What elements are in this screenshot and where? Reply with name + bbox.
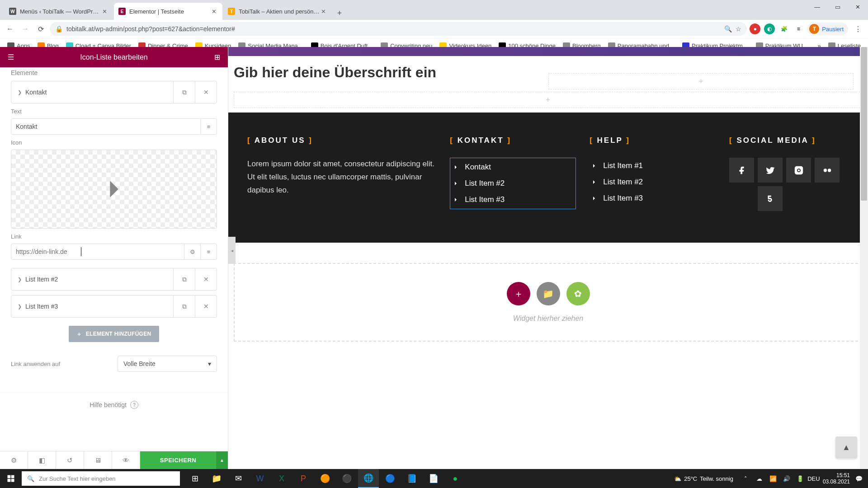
collapse-panel-button[interactable]: ◂ xyxy=(228,237,236,264)
footer-heading[interactable]: [ ABOUT US ] xyxy=(247,136,436,145)
powerpoint-icon[interactable]: P xyxy=(293,469,314,488)
volume-icon[interactable]: 🔊 xyxy=(782,475,791,482)
language-indicator[interactable]: DEU xyxy=(809,475,818,482)
chrome-icon[interactable]: 🌐 xyxy=(358,469,379,488)
footer-heading[interactable]: [ HELP ] xyxy=(590,136,716,145)
bookmark-star-icon[interactable]: ☆ xyxy=(736,25,741,33)
extension-icon[interactable]: ● xyxy=(750,23,760,34)
list-item[interactable]: List Item #1 xyxy=(590,158,716,174)
browser-tab[interactable]: W Menüs ‹ TobiTalk — WordPress ✕ xyxy=(5,3,113,20)
excel-icon[interactable]: X xyxy=(271,469,292,488)
close-icon[interactable]: ✕ xyxy=(101,8,108,15)
add-section-placeholder[interactable]: + xyxy=(234,92,862,108)
add-section-button[interactable]: ＋ xyxy=(507,282,530,305)
link-settings-icon[interactable]: ⚙ xyxy=(184,244,201,260)
facebook-icon[interactable] xyxy=(729,158,754,183)
zoom-icon[interactable]: 🔍 xyxy=(724,25,732,33)
widgets-grid-icon[interactable]: ⊞ xyxy=(212,52,222,63)
obs-icon[interactable]: ⚫ xyxy=(336,469,357,488)
battery-icon[interactable]: 🔋 xyxy=(796,475,805,482)
duplicate-icon[interactable]: ⧉ xyxy=(173,81,195,103)
link-input[interactable] xyxy=(11,244,184,260)
mail-icon[interactable]: ✉ xyxy=(228,469,249,488)
extension-icon[interactable]: 🧩 xyxy=(778,23,789,34)
social-icons-widget[interactable] xyxy=(729,158,849,211)
app-icon[interactable]: 📘 xyxy=(401,469,422,488)
list-item[interactable]: List Item #2 xyxy=(590,174,716,190)
navigator-icon[interactable]: ◧ xyxy=(28,451,56,469)
extension-icon[interactable]: ≡ xyxy=(793,23,804,34)
close-icon[interactable]: ✕ xyxy=(195,81,217,103)
browser-tab-active[interactable]: E Elementor | Testseite ✕ xyxy=(114,3,222,20)
window-minimize[interactable]: ― xyxy=(807,0,827,14)
dynamic-value-icon[interactable]: ≡ xyxy=(201,244,217,260)
dynamic-value-icon[interactable]: ≡ xyxy=(201,118,217,135)
twitter-icon[interactable] xyxy=(758,158,783,183)
list-item[interactable]: Kontakt xyxy=(451,159,575,175)
spotify-icon[interactable]: ● xyxy=(445,469,466,488)
start-button[interactable] xyxy=(0,469,22,488)
close-icon[interactable]: ✕ xyxy=(195,268,217,290)
list-item[interactable]: List Item #3 xyxy=(590,190,716,206)
app-icon[interactable]: 🟠 xyxy=(315,469,335,488)
menu-icon[interactable]: ☰ xyxy=(5,52,16,63)
forward-button[interactable]: → xyxy=(19,23,32,35)
flickr-icon[interactable] xyxy=(815,158,840,183)
window-close[interactable]: ✕ xyxy=(848,0,868,14)
menu-button[interactable]: ⋮ xyxy=(852,23,864,35)
file-explorer-icon[interactable]: 📁 xyxy=(206,469,227,488)
template-folder-button[interactable]: 📁 xyxy=(537,282,560,305)
close-icon[interactable]: ✕ xyxy=(320,8,327,15)
window-maximize[interactable]: ▭ xyxy=(827,0,848,14)
scroll-to-top-button[interactable]: ▲ xyxy=(835,436,857,458)
list-item[interactable]: List Item #3 xyxy=(451,192,575,208)
text-input[interactable] xyxy=(11,118,201,135)
footer-heading[interactable]: [ SOCIAL MEDIA ] xyxy=(729,136,849,145)
icon-list-widget-selected[interactable]: Kontakt List Item #2 List Item #3 xyxy=(450,158,576,209)
new-tab-button[interactable]: + xyxy=(333,6,346,20)
icon-picker[interactable] xyxy=(11,150,217,229)
reload-button[interactable]: ⟳ xyxy=(34,23,47,35)
extension-icon[interactable]: ◐ xyxy=(764,23,775,34)
taskbar-search[interactable]: 🔍 Zur Suche Text hier eingeben xyxy=(22,471,180,486)
duplicate-icon[interactable]: ⧉ xyxy=(173,268,195,290)
word-icon[interactable]: W xyxy=(250,469,270,488)
instagram-icon[interactable] xyxy=(786,158,811,183)
weather-widget[interactable]: ⛅ 25°C Teilw. sonnig xyxy=(674,475,733,482)
footer-heading[interactable]: [ KONTAKT ] xyxy=(450,136,576,145)
back-button[interactable]: ← xyxy=(4,23,16,35)
profile-chip[interactable]: T Pausiert xyxy=(807,23,848,35)
address-bar[interactable]: 🔒 tobitalk.at/wp-admin/post.php?post=627… xyxy=(50,22,747,36)
link-apply-select[interactable]: Volle Breite ▾ xyxy=(118,356,217,372)
wifi-icon[interactable]: 📶 xyxy=(769,475,778,482)
browser-tab[interactable]: T TobiTalk – Aktien und persönlich… ✕ xyxy=(223,3,332,20)
preview-icon[interactable]: 👁 xyxy=(112,451,140,469)
repeater-toggle[interactable]: ❯List Item #2 xyxy=(11,269,173,289)
close-icon[interactable]: ✕ xyxy=(210,8,218,15)
save-options-button[interactable]: ▲ xyxy=(216,451,228,469)
close-icon[interactable]: ✕ xyxy=(195,296,217,317)
notifications-icon[interactable]: 💬 xyxy=(854,475,863,482)
fivehundredpx-icon[interactable] xyxy=(758,186,783,211)
repeater-toggle[interactable]: ❯Kontakt xyxy=(11,82,173,102)
list-item[interactable]: List Item #2 xyxy=(451,175,575,192)
duplicate-icon[interactable]: ⧉ xyxy=(173,296,195,317)
save-button[interactable]: SPEICHERN xyxy=(140,451,216,469)
add-column-placeholder[interactable]: + xyxy=(548,73,854,89)
footer-text[interactable]: Lorem ipsum dolor sit amet, consectetur … xyxy=(247,158,436,197)
history-icon[interactable]: ↺ xyxy=(56,451,84,469)
help-link[interactable]: Hilfe benötigt ? xyxy=(0,392,228,415)
app-icon[interactable]: 📄 xyxy=(423,469,444,488)
tray-expand-icon[interactable]: ˄ xyxy=(741,475,750,482)
template-icon[interactable]: ✿ xyxy=(566,282,590,305)
add-element-button[interactable]: ＋ ELEMENT HINZUFÜGEN xyxy=(69,326,159,342)
icon-list-widget[interactable]: List Item #1 List Item #2 List Item #3 xyxy=(590,158,716,206)
task-view-icon[interactable]: ⊞ xyxy=(184,469,205,488)
system-clock[interactable]: 15:51 03.08.2021 xyxy=(823,472,850,485)
responsive-icon[interactable]: 🖥 xyxy=(84,451,112,469)
scrollbar[interactable] xyxy=(860,47,868,469)
repeater-toggle[interactable]: ❯List Item #3 xyxy=(11,296,173,316)
settings-icon[interactable]: ⚙ xyxy=(0,451,28,469)
edge-icon[interactable]: 🔵 xyxy=(380,469,401,488)
drop-zone-section[interactable]: ＋ 📁 ✿ Widget hierher ziehen xyxy=(234,263,863,342)
